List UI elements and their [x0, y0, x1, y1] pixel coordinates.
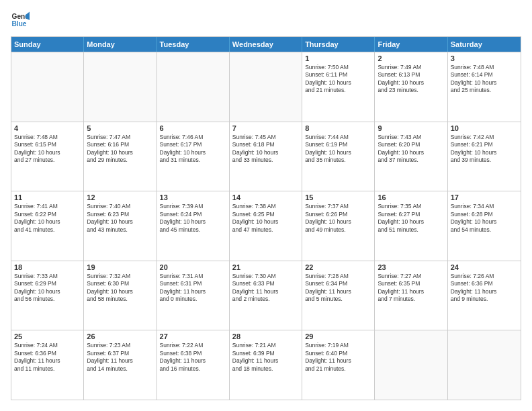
day-info: Sunrise: 7:47 AM Sunset: 6:16 PM Dayligh… — [87, 134, 153, 165]
day-info: Sunrise: 7:30 AM Sunset: 6:33 PM Dayligh… — [232, 273, 299, 304]
calendar-cell: 19Sunrise: 7:32 AM Sunset: 6:30 PM Dayli… — [84, 261, 157, 330]
day-info: Sunrise: 7:38 AM Sunset: 6:25 PM Dayligh… — [232, 203, 299, 234]
day-info: Sunrise: 7:27 AM Sunset: 6:35 PM Dayligh… — [378, 273, 444, 304]
header: General Blue — [11, 11, 521, 30]
day-number: 18 — [14, 263, 81, 271]
logo-icon: General Blue — [11, 11, 30, 30]
day-number: 10 — [451, 124, 518, 132]
calendar-cell: 10Sunrise: 7:42 AM Sunset: 6:21 PM Dayli… — [448, 122, 521, 191]
day-number: 17 — [451, 193, 518, 201]
day-info: Sunrise: 7:22 AM Sunset: 6:38 PM Dayligh… — [160, 342, 226, 373]
calendar-body: 1Sunrise: 7:50 AM Sunset: 6:11 PM Daylig… — [11, 52, 521, 400]
calendar-cell — [230, 52, 302, 122]
calendar-cell: 3Sunrise: 7:48 AM Sunset: 6:14 PM Daylig… — [448, 52, 521, 122]
calendar-cell: 9Sunrise: 7:43 AM Sunset: 6:20 PM Daylig… — [375, 122, 447, 191]
calendar-cell: 8Sunrise: 7:44 AM Sunset: 6:19 PM Daylig… — [302, 122, 375, 191]
day-number: 2 — [378, 54, 444, 62]
day-number: 14 — [232, 193, 299, 201]
calendar-header: SundayMondayTuesdayWednesdayThursdayFrid… — [11, 37, 521, 52]
calendar-cell: 18Sunrise: 7:33 AM Sunset: 6:29 PM Dayli… — [11, 261, 84, 330]
day-info: Sunrise: 7:45 AM Sunset: 6:18 PM Dayligh… — [232, 134, 299, 165]
calendar-cell: 13Sunrise: 7:39 AM Sunset: 6:24 PM Dayli… — [157, 191, 230, 261]
calendar-cell: 28Sunrise: 7:21 AM Sunset: 6:39 PM Dayli… — [230, 330, 302, 400]
day-number: 11 — [14, 193, 81, 201]
calendar-cell: 23Sunrise: 7:27 AM Sunset: 6:35 PM Dayli… — [375, 261, 447, 330]
calendar-cell: 17Sunrise: 7:34 AM Sunset: 6:28 PM Dayli… — [448, 191, 521, 261]
day-number: 24 — [451, 263, 518, 271]
day-info: Sunrise: 7:41 AM Sunset: 6:22 PM Dayligh… — [14, 203, 81, 234]
calendar-cell: 14Sunrise: 7:38 AM Sunset: 6:25 PM Dayli… — [230, 191, 302, 261]
day-number: 28 — [232, 332, 299, 340]
day-info: Sunrise: 7:33 AM Sunset: 6:29 PM Dayligh… — [14, 273, 81, 304]
calendar-cell: 4Sunrise: 7:48 AM Sunset: 6:15 PM Daylig… — [11, 122, 84, 191]
calendar-cell: 2Sunrise: 7:49 AM Sunset: 6:13 PM Daylig… — [375, 52, 447, 122]
calendar-day-header: Friday — [375, 37, 447, 52]
calendar-cell: 6Sunrise: 7:46 AM Sunset: 6:17 PM Daylig… — [157, 122, 230, 191]
day-number: 9 — [378, 124, 444, 132]
day-number: 16 — [378, 193, 444, 201]
day-number: 8 — [305, 124, 371, 132]
calendar-cell — [11, 52, 84, 122]
day-info: Sunrise: 7:28 AM Sunset: 6:34 PM Dayligh… — [305, 273, 371, 304]
calendar-row: 25Sunrise: 7:24 AM Sunset: 6:36 PM Dayli… — [11, 330, 521, 400]
day-number: 23 — [378, 263, 444, 271]
day-number: 25 — [14, 332, 81, 340]
calendar-cell: 22Sunrise: 7:28 AM Sunset: 6:34 PM Dayli… — [302, 261, 375, 330]
calendar-row: 11Sunrise: 7:41 AM Sunset: 6:22 PM Dayli… — [11, 191, 521, 261]
day-number: 13 — [160, 193, 226, 201]
calendar-cell: 26Sunrise: 7:23 AM Sunset: 6:37 PM Dayli… — [84, 330, 157, 400]
calendar-cell: 25Sunrise: 7:24 AM Sunset: 6:36 PM Dayli… — [11, 330, 84, 400]
calendar-row: 18Sunrise: 7:33 AM Sunset: 6:29 PM Dayli… — [11, 261, 521, 330]
calendar-cell: 16Sunrise: 7:35 AM Sunset: 6:27 PM Dayli… — [375, 191, 447, 261]
day-info: Sunrise: 7:48 AM Sunset: 6:15 PM Dayligh… — [14, 134, 81, 165]
day-number: 1 — [305, 54, 371, 62]
day-number: 7 — [232, 124, 299, 132]
page: General Blue SundayMondayTuesdayWednesda… — [0, 0, 532, 411]
day-info: Sunrise: 7:31 AM Sunset: 6:31 PM Dayligh… — [160, 273, 226, 304]
calendar-cell: 15Sunrise: 7:37 AM Sunset: 6:26 PM Dayli… — [302, 191, 375, 261]
day-info: Sunrise: 7:42 AM Sunset: 6:21 PM Dayligh… — [451, 134, 518, 165]
day-info: Sunrise: 7:50 AM Sunset: 6:11 PM Dayligh… — [305, 64, 371, 95]
calendar: SundayMondayTuesdayWednesdayThursdayFrid… — [11, 36, 521, 400]
day-number: 4 — [14, 124, 81, 132]
calendar-day-header: Thursday — [302, 37, 375, 52]
day-number: 12 — [87, 193, 153, 201]
calendar-day-header: Sunday — [11, 37, 84, 52]
svg-text:Blue: Blue — [12, 20, 27, 28]
day-number: 3 — [451, 54, 518, 62]
calendar-cell: 24Sunrise: 7:26 AM Sunset: 6:36 PM Dayli… — [448, 261, 521, 330]
day-info: Sunrise: 7:32 AM Sunset: 6:30 PM Dayligh… — [87, 273, 153, 304]
day-info: Sunrise: 7:19 AM Sunset: 6:40 PM Dayligh… — [305, 342, 371, 373]
calendar-cell: 20Sunrise: 7:31 AM Sunset: 6:31 PM Dayli… — [157, 261, 230, 330]
day-info: Sunrise: 7:24 AM Sunset: 6:36 PM Dayligh… — [14, 342, 81, 373]
calendar-cell: 21Sunrise: 7:30 AM Sunset: 6:33 PM Dayli… — [230, 261, 302, 330]
calendar-cell: 27Sunrise: 7:22 AM Sunset: 6:38 PM Dayli… — [157, 330, 230, 400]
day-info: Sunrise: 7:46 AM Sunset: 6:17 PM Dayligh… — [160, 134, 226, 165]
calendar-cell: 12Sunrise: 7:40 AM Sunset: 6:23 PM Dayli… — [84, 191, 157, 261]
day-number: 19 — [87, 263, 153, 271]
calendar-cell — [375, 330, 447, 400]
day-info: Sunrise: 7:35 AM Sunset: 6:27 PM Dayligh… — [378, 203, 444, 234]
logo: General Blue — [11, 11, 32, 30]
day-info: Sunrise: 7:26 AM Sunset: 6:36 PM Dayligh… — [451, 273, 518, 304]
day-number: 26 — [87, 332, 153, 340]
calendar-cell — [157, 52, 230, 122]
day-number: 22 — [305, 263, 371, 271]
day-info: Sunrise: 7:44 AM Sunset: 6:19 PM Dayligh… — [305, 134, 371, 165]
calendar-day-header: Monday — [84, 37, 157, 52]
day-info: Sunrise: 7:40 AM Sunset: 6:23 PM Dayligh… — [87, 203, 153, 234]
calendar-row: 4Sunrise: 7:48 AM Sunset: 6:15 PM Daylig… — [11, 122, 521, 191]
calendar-day-header: Saturday — [448, 37, 521, 52]
calendar-cell: 11Sunrise: 7:41 AM Sunset: 6:22 PM Dayli… — [11, 191, 84, 261]
calendar-row: 1Sunrise: 7:50 AM Sunset: 6:11 PM Daylig… — [11, 52, 521, 122]
day-number: 27 — [160, 332, 226, 340]
calendar-cell: 1Sunrise: 7:50 AM Sunset: 6:11 PM Daylig… — [302, 52, 375, 122]
day-number: 20 — [160, 263, 226, 271]
calendar-cell: 7Sunrise: 7:45 AM Sunset: 6:18 PM Daylig… — [230, 122, 302, 191]
day-info: Sunrise: 7:37 AM Sunset: 6:26 PM Dayligh… — [305, 203, 371, 234]
calendar-day-header: Wednesday — [230, 37, 302, 52]
day-number: 29 — [305, 332, 371, 340]
calendar-cell: 29Sunrise: 7:19 AM Sunset: 6:40 PM Dayli… — [302, 330, 375, 400]
day-info: Sunrise: 7:48 AM Sunset: 6:14 PM Dayligh… — [451, 64, 518, 95]
day-info: Sunrise: 7:23 AM Sunset: 6:37 PM Dayligh… — [87, 342, 153, 373]
